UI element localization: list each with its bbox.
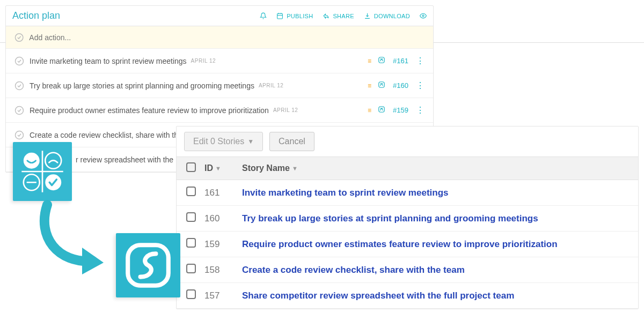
story-table-header: ID ▼ Story Name ▼ [177,156,638,180]
story-id: 158 [204,265,242,275]
story-name-link[interactable]: Try break up large stories at sprint pla… [242,213,538,224]
svg-point-7 [16,106,24,114]
svg-rect-6 [379,82,385,88]
row-checkbox[interactable] [186,187,196,196]
story-id: 157 [204,290,242,301]
download-label: DOWNLOAD [374,13,410,19]
column-name[interactable]: Story Name ▼ [242,163,628,173]
story-panel: Edit 0 Stories ▼ Cancel ID ▼ Story Name … [176,126,639,309]
story-id: 160 [204,213,242,224]
story-row: 161 Invite marketing team to sprint revi… [177,180,638,206]
sort-caret-icon: ▼ [292,165,298,172]
action-text: Try break up large stories at sprint pla… [30,81,254,90]
download-button[interactable]: DOWNLOAD [364,12,410,19]
svg-point-3 [16,57,24,65]
svg-point-9 [16,131,24,139]
select-all-checkbox[interactable] [186,162,196,172]
flow-arrow-icon [31,199,112,280]
story-name-link[interactable]: Share competitor review spreadsheet with… [242,290,514,301]
issue-id[interactable]: #160 [393,81,408,90]
action-date: APRIL 12 [259,83,283,88]
action-row[interactable]: Require product owner estimates feature … [6,98,433,123]
chevron-down-icon: ▼ [247,138,254,145]
cancel-label: Cancel [279,137,305,146]
issue-id[interactable]: #159 [393,106,408,114]
action-text: Create a code review checklist, share wi… [30,131,182,139]
issue-id[interactable]: #161 [393,57,408,65]
share-button[interactable]: SHARE [323,12,354,19]
add-action-input[interactable] [29,33,425,42]
sort-caret-icon: ▼ [215,165,221,172]
check-circle-icon [14,81,24,91]
action-row[interactable]: Try break up large stories at sprint pla… [6,73,433,98]
action-text: r review spreadsheet with the [76,155,173,164]
cancel-button[interactable]: Cancel [269,132,314,151]
story-name-link[interactable]: Require product owner estimates feature … [242,239,558,250]
svg-rect-4 [379,57,385,63]
svg-rect-8 [379,107,385,113]
svg-point-1 [422,15,424,17]
action-row[interactable]: Invite marketing team to sprint review m… [6,49,433,73]
drag-handle-icon[interactable]: ≡ [368,57,370,65]
story-row: 160 Try break up large stories at sprint… [177,206,638,232]
story-id: 159 [204,239,242,250]
row-checkbox[interactable] [186,264,196,273]
publish-button[interactable]: PUBLISH [276,12,313,19]
edit-stories-label: Edit 0 Stories [193,137,244,146]
story-row: 157 Share competitor review spreadsheet … [177,283,638,309]
share-label: SHARE [333,13,354,19]
check-circle-icon [14,130,24,140]
row-checkbox[interactable] [186,289,196,299]
kebab-menu-icon[interactable]: ⋮ [416,57,425,65]
action-text: Invite marketing team to sprint review m… [30,57,187,65]
kebab-menu-icon[interactable]: ⋮ [416,81,425,90]
action-date: APRIL 12 [191,58,216,64]
action-plan-header: Action plan PUBLISH SHARE DOWNLOAD [6,6,433,26]
svg-point-12 [24,153,40,169]
row-checkbox[interactable] [186,238,196,248]
check-circle-icon [14,33,24,42]
action-plan-toolbar: PUBLISH SHARE DOWNLOAD [260,12,427,19]
eye-icon[interactable] [420,12,427,19]
add-action-row[interactable] [6,26,433,49]
story-row: 158 Create a code review checklist, shar… [177,257,638,283]
action-text: Require product owner estimates feature … [30,106,269,115]
story-row: 159 Require product owner estimates feat… [177,232,638,257]
shortcut-link-icon[interactable] [378,106,385,115]
shortcut-link-icon[interactable] [378,56,385,65]
publish-label: PUBLISH [287,13,313,19]
check-circle-icon [14,56,24,66]
row-checkbox[interactable] [186,212,196,222]
drag-handle-icon[interactable]: ≡ [368,107,370,114]
svg-point-5 [16,81,24,90]
teamretro-logo-icon [13,142,72,201]
shortcut-logo-icon [116,233,180,297]
shortcut-link-icon[interactable] [378,81,385,90]
story-id: 161 [204,188,242,198]
edit-stories-button[interactable]: Edit 0 Stories ▼ [184,132,263,151]
action-date: APRIL 12 [273,107,298,113]
story-name-link[interactable]: Create a code review checklist, share wi… [242,265,465,275]
drag-handle-icon[interactable]: ≡ [368,82,370,90]
action-plan-title: Action plan [12,10,60,21]
check-circle-icon [14,106,24,115]
story-panel-header: Edit 0 Stories ▼ Cancel [177,126,638,156]
svg-rect-0 [277,13,283,19]
column-id[interactable]: ID ▼ [204,163,242,173]
kebab-menu-icon[interactable]: ⋮ [416,106,425,115]
svg-point-2 [15,33,23,41]
bell-icon[interactable] [260,12,267,19]
story-name-link[interactable]: Invite marketing team to sprint review m… [242,188,449,198]
